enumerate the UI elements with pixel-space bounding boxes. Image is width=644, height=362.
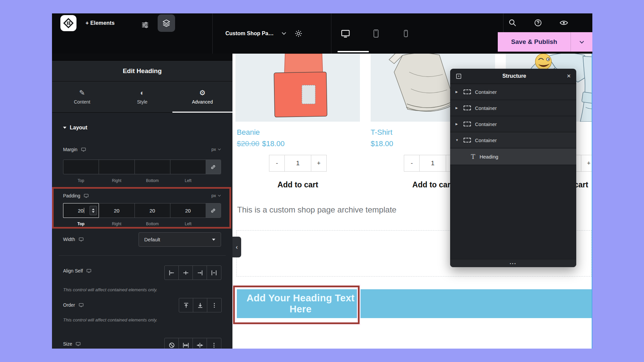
qty-minus-button[interactable]: - xyxy=(404,155,419,171)
finder-search-icon[interactable] xyxy=(508,18,517,27)
tree-item-container-4[interactable]: ▼ Container xyxy=(450,132,576,148)
container-icon xyxy=(464,106,471,110)
margin-bottom-input[interactable] xyxy=(135,160,170,174)
width-select[interactable]: Default xyxy=(139,232,221,247)
order-buttons xyxy=(179,298,222,312)
save-publish-button[interactable]: Save & Publish xyxy=(498,32,592,52)
responsive-desktop-icon[interactable] xyxy=(78,302,84,308)
regular-price: $20.00 xyxy=(237,139,259,148)
structure-resize-handle[interactable]: ••• xyxy=(450,259,576,267)
qty-input[interactable]: 1 xyxy=(419,155,446,171)
container-icon xyxy=(464,122,471,126)
sale-price: $18.00 xyxy=(262,139,284,148)
active-device-underline xyxy=(337,51,369,52)
size-grow-button[interactable] xyxy=(179,338,193,349)
structure-layers-button[interactable] xyxy=(158,14,175,32)
tree-item-container-3[interactable]: ▶ Container xyxy=(450,116,576,132)
structure-panel: Structure ✕ ▶ Container ▶ Container ▶ Co… xyxy=(450,69,576,267)
responsive-desktop-icon[interactable] xyxy=(86,268,92,274)
responsive-desktop-icon[interactable] xyxy=(78,237,84,242)
tab-advanced[interactable]: ⚙ Advanced xyxy=(172,81,232,112)
caret-right-icon[interactable]: ▶ xyxy=(455,90,464,94)
tab-content[interactable]: ✎ Content xyxy=(52,81,112,112)
margin-left-input[interactable] xyxy=(170,160,206,174)
align-stretch-button[interactable] xyxy=(207,266,221,280)
heading-highlight-annotation xyxy=(233,286,360,324)
page-title-dropdown[interactable]: Custom Shop Pa… xyxy=(225,31,274,37)
page-settings-gear-icon[interactable] xyxy=(294,29,303,38)
panel-collapse-handle[interactable]: ‹ xyxy=(232,237,241,257)
device-desktop-icon[interactable] xyxy=(340,28,351,39)
align-center-button[interactable] xyxy=(179,266,193,280)
layout-section-header[interactable]: Layout xyxy=(63,125,87,131)
product-link-tshirt[interactable]: T-Shirt xyxy=(371,128,392,137)
padding-highlight-annotation xyxy=(52,187,231,229)
container-icon xyxy=(464,89,471,94)
qty-minus-button[interactable]: - xyxy=(269,155,284,171)
select-caret-icon xyxy=(212,239,215,241)
qty-plus-button[interactable]: + xyxy=(581,155,592,171)
caret-down-icon[interactable]: ▼ xyxy=(455,138,464,142)
elementor-logo[interactable] xyxy=(60,15,76,31)
align-self-note: This control will affect contained eleme… xyxy=(63,287,157,292)
margin-top-input[interactable] xyxy=(63,160,99,174)
align-end-button[interactable] xyxy=(193,266,207,280)
product-image-beanie[interactable] xyxy=(235,54,360,122)
size-shrink-button[interactable] xyxy=(193,338,207,349)
margin-dim-labels: TopRightBottomLeft xyxy=(63,178,206,183)
caret-right-icon[interactable]: ▶ xyxy=(455,106,464,110)
panel-controls: Layout Margin px xyxy=(52,113,232,349)
device-tablet-icon[interactable] xyxy=(371,29,381,38)
pencil-icon: ✎ xyxy=(79,89,85,97)
qty-plus-button[interactable]: + xyxy=(311,155,326,171)
container-edge-highlight xyxy=(592,54,592,349)
elementor-app: + Elements Custom Shop Pa… xyxy=(52,13,592,349)
margin-unit-select[interactable]: px xyxy=(211,147,220,152)
order-label: Order xyxy=(63,302,84,308)
chevron-down-icon[interactable] xyxy=(282,31,286,35)
topbar-divider xyxy=(331,13,331,54)
elementor-logo-icon xyxy=(63,18,73,28)
width-label: Width xyxy=(63,237,84,242)
collapse-all-icon[interactable] xyxy=(455,73,462,79)
device-mobile-icon[interactable] xyxy=(401,29,410,38)
margin-inputs xyxy=(63,160,221,174)
align-start-button[interactable] xyxy=(165,266,179,280)
tree-item-container-1[interactable]: ▶ Container xyxy=(450,84,576,100)
panel-tabs: ✎ Content ◐ Style ⚙ Advanced xyxy=(52,81,232,113)
margin-link-values-button[interactable] xyxy=(206,160,221,174)
help-icon[interactable] xyxy=(534,18,542,27)
align-self-buttons xyxy=(164,265,221,280)
size-label: Size xyxy=(63,341,81,347)
size-none-button[interactable] xyxy=(165,338,179,349)
caret-right-icon[interactable]: ▶ xyxy=(455,122,464,126)
product-link-beanie[interactable]: Beanie xyxy=(237,128,260,137)
container-icon xyxy=(464,138,471,142)
structure-header: Structure ✕ xyxy=(450,69,576,84)
structure-title: Structure xyxy=(462,73,567,79)
edit-panel: ↺ ↻ Edit Heading ✎ Content ◐ Style ⚙ Adv… xyxy=(52,54,232,349)
size-buttons xyxy=(164,338,221,349)
save-options-chevron[interactable] xyxy=(571,32,592,52)
responsive-desktop-icon[interactable] xyxy=(81,147,86,152)
qty-input[interactable]: 1 xyxy=(284,155,311,171)
tree-item-container-2[interactable]: ▶ Container xyxy=(450,100,576,116)
responsive-desktop-icon[interactable] xyxy=(75,341,81,347)
half-circle-icon: ◐ xyxy=(140,89,145,97)
margin-right-input[interactable] xyxy=(99,160,135,174)
product-price-tshirt: $18.00 xyxy=(371,139,393,148)
panel-title: Edit Heading xyxy=(123,67,162,75)
order-custom-button[interactable] xyxy=(207,298,221,312)
site-settings-sliders-icon[interactable] xyxy=(141,21,149,29)
order-last-button[interactable] xyxy=(193,298,207,312)
tab-style[interactable]: ◐ Style xyxy=(112,81,172,112)
add-to-cart-button[interactable]: Add to cart xyxy=(254,180,341,189)
product-price-beanie: $20.00$18.00 xyxy=(237,139,285,148)
preview-eye-icon[interactable] xyxy=(559,18,569,27)
order-note: This control will affect contained eleme… xyxy=(63,317,157,322)
add-elements-button[interactable]: + Elements xyxy=(86,20,115,26)
order-first-button[interactable] xyxy=(179,298,193,312)
tree-item-heading[interactable]: T Heading xyxy=(450,148,576,165)
size-custom-button[interactable] xyxy=(207,338,221,349)
close-icon[interactable]: ✕ xyxy=(567,73,571,79)
